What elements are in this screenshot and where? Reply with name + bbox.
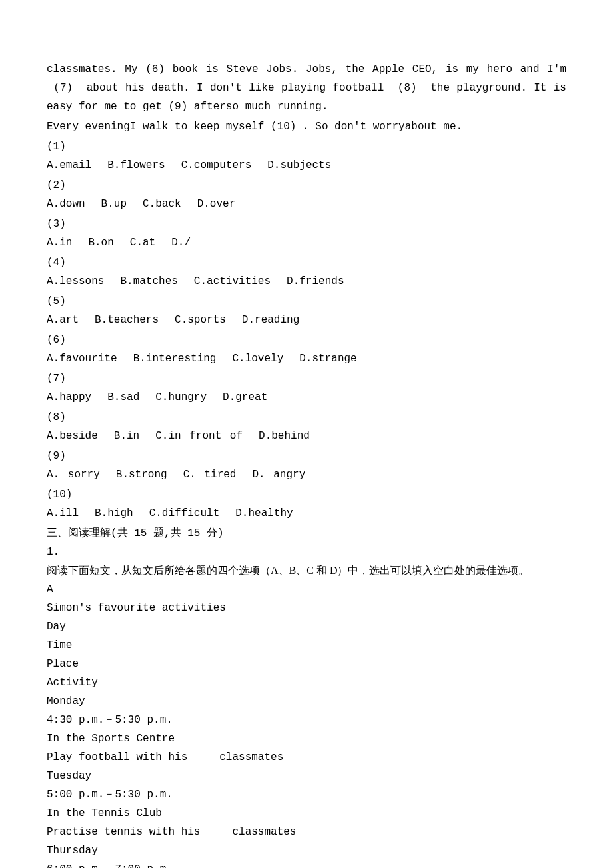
option[interactable]: D.over <box>197 195 236 213</box>
option[interactable]: D.strange <box>299 349 356 368</box>
question-options-1: A.emailB.flowersC.computersD.subjects <box>47 156 566 175</box>
cloze-options-block: (1)A.emailB.flowersC.computersD.subjects… <box>47 137 566 523</box>
question-options-5: A.artB.teachersC.sportsD.reading <box>47 311 566 329</box>
question-number-9: (9) <box>47 447 566 465</box>
passage-text: book is Steve Jobs. Jobs, the Apple CEO,… <box>165 63 540 75</box>
section-3-heading: 三、阅读理解(共 15 题,共 15 分) <box>47 524 566 543</box>
question-options-9: A. sorryB.strongC. tiredD. angry <box>47 465 566 484</box>
row-monday-place: In the Sports Centre <box>47 729 566 748</box>
option[interactable]: B.high <box>95 504 133 523</box>
option[interactable]: C.difficult <box>149 504 220 523</box>
row-thursday-day: Thursday <box>47 841 566 860</box>
passage-text: about his death. I don't like playing fo… <box>79 82 390 94</box>
row-monday-time: 4:30 p.m.－5:30 p.m. <box>47 711 566 729</box>
option[interactable]: A.email <box>47 156 91 175</box>
question-options-10: A.illB.highC.difficultD.healthy <box>47 504 566 523</box>
question-number-3: (3) <box>47 215 566 233</box>
option[interactable]: A.art <box>47 311 79 329</box>
passage-title: Simon's favourite activities <box>47 599 566 617</box>
table-header-day: Day <box>47 617 566 636</box>
activity-pre: Play football with his <box>47 751 187 763</box>
option[interactable]: A. sorry <box>47 465 100 484</box>
option[interactable]: D./ <box>171 233 191 252</box>
question-number-10: (10) <box>47 485 566 504</box>
option[interactable]: A.down <box>47 195 85 213</box>
option[interactable]: C. tired <box>183 465 237 484</box>
option[interactable]: C.back <box>143 195 181 213</box>
option[interactable]: A.ill <box>47 504 79 523</box>
option[interactable]: D.subjects <box>267 156 331 175</box>
question-options-6: A.favouriteB.interestingC.lovelyD.strang… <box>47 349 566 368</box>
option[interactable]: C.at <box>130 233 155 252</box>
option[interactable]: B.matches <box>120 272 177 291</box>
row-tuesday-day: Tuesday <box>47 767 566 785</box>
row-tuesday-activity: Practise tennis with his classmates <box>47 823 566 841</box>
activity-pre: Practise tennis with his <box>47 826 200 838</box>
option[interactable]: C.lovely <box>232 349 283 368</box>
option[interactable]: A.favourite <box>47 349 117 368</box>
option[interactable]: B.in <box>114 427 139 445</box>
passage-text: classmates. My <box>47 63 145 75</box>
question-options-2: A.downB.upC.backD.over <box>47 195 566 213</box>
option[interactable]: B.strong <box>116 465 167 484</box>
table-header-activity: Activity <box>47 673 566 692</box>
option[interactable]: D.great <box>223 388 267 407</box>
cloze-passage-line4: Every eveningI walk to keep myself (10) … <box>47 117 566 136</box>
row-tuesday-place: In the Tennis Club <box>47 804 566 823</box>
question-options-7: A.happyB.sadC.hungryD.great <box>47 388 566 407</box>
option[interactable]: D.healthy <box>235 504 293 523</box>
blank-9: (9) <box>168 101 187 113</box>
question-number-7: (7) <box>47 369 566 388</box>
option[interactable]: C.hungry <box>155 388 207 407</box>
question-options-3: A.inB.onC.atD./ <box>47 233 566 252</box>
passage-text: the <box>424 82 450 94</box>
table-header-place: Place <box>47 655 566 673</box>
option[interactable]: C.activities <box>194 272 271 291</box>
option[interactable]: D. angry <box>252 465 305 484</box>
passage-text: I'm <box>547 63 566 75</box>
reading-instruction: 阅读下面短文，从短文后所给各题的四个选项（A、B、C 和 D）中，选出可以填入空… <box>47 561 566 580</box>
activity-post: classmates <box>219 751 283 763</box>
option[interactable]: B.teachers <box>95 311 159 329</box>
cloze-passage: classmates. My (6) book is Steve Jobs. J… <box>47 60 566 116</box>
question-number-6: (6) <box>47 331 566 349</box>
blank-7: (7) <box>53 82 73 94</box>
option[interactable]: B.interesting <box>133 349 217 368</box>
blank-6: (6) <box>145 63 165 75</box>
option[interactable]: D.behind <box>259 427 310 445</box>
option[interactable]: B.up <box>101 195 127 213</box>
row-monday-activity: Play football with his classmates <box>47 748 566 767</box>
activity-post: classmates <box>232 826 296 838</box>
question-number-2: (2) <box>47 176 566 195</box>
option[interactable]: A.happy <box>47 388 91 407</box>
passage-text: . So don't worryabout me. <box>296 121 462 133</box>
option[interactable]: A.beside <box>47 427 98 445</box>
row-tuesday-time: 5:00 p.m.－5:30 p.m. <box>47 785 566 804</box>
blank-10: (10) <box>271 121 296 133</box>
question-number-1: (1) <box>47 137 566 156</box>
option[interactable]: C.sports <box>175 311 226 329</box>
option[interactable]: A.in <box>47 233 72 252</box>
option[interactable]: D.friends <box>287 272 344 291</box>
passage-letter: A <box>47 580 566 599</box>
table-header-time: Time <box>47 636 566 655</box>
question-options-8: A.besideB.inC.in front ofD.behind <box>47 427 566 445</box>
blank-8: (8) <box>398 82 417 94</box>
option[interactable]: B.on <box>88 233 113 252</box>
option[interactable]: D.reading <box>242 311 299 329</box>
option[interactable]: C.in front of <box>155 427 243 445</box>
question-number-8: (8) <box>47 408 566 427</box>
option[interactable]: C.computers <box>181 156 252 175</box>
option[interactable]: B.flowers <box>107 156 165 175</box>
passage-text: afterso much running. <box>187 101 328 113</box>
question-number: 1. <box>47 543 566 561</box>
question-number-4: (4) <box>47 253 566 272</box>
passage-text: Every eveningI walk to keep myself <box>47 121 271 133</box>
question-options-4: A.lessonsB.matchesC.activitiesD.friends <box>47 272 566 291</box>
row-thursday-time: 6:00 p.m.－7:00 p.m. <box>47 860 566 868</box>
row-monday-day: Monday <box>47 692 566 711</box>
option[interactable]: B.sad <box>107 388 139 407</box>
question-number-5: (5) <box>47 292 566 311</box>
option[interactable]: A.lessons <box>47 272 104 291</box>
